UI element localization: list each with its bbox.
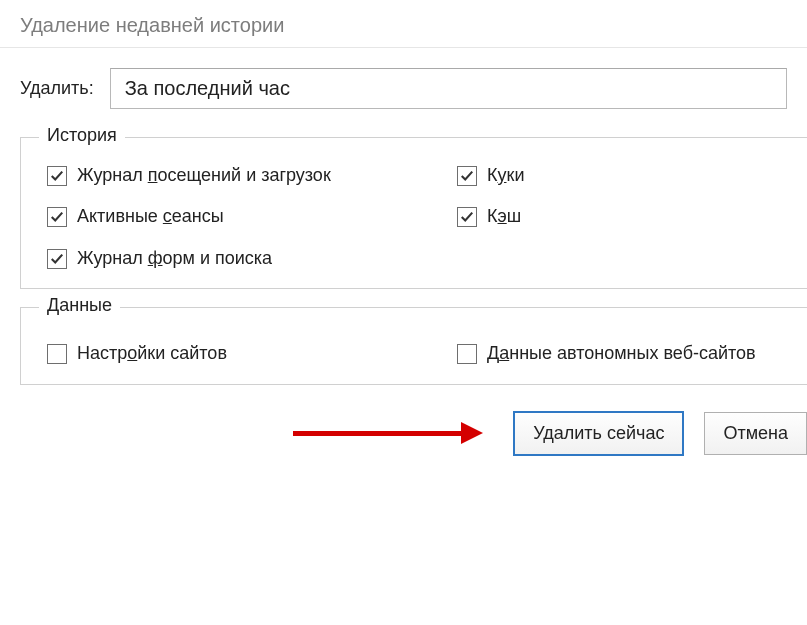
checkbox-label: Куки	[487, 164, 524, 187]
checkbox-box	[47, 207, 67, 227]
delete-now-button[interactable]: Удалить сейчас	[513, 411, 684, 456]
checkbox-box	[47, 344, 67, 364]
checkbox-active-logins[interactable]: Активные сеансы	[47, 205, 447, 228]
checkbox-box	[457, 344, 477, 364]
checkbox-cache[interactable]: Кэш	[457, 205, 791, 228]
annotation-arrow	[293, 423, 483, 443]
group-data-title: Данные	[39, 295, 120, 316]
checkbox-browsing-download-history[interactable]: Журнал посещений и загрузок	[47, 164, 447, 187]
checkbox-label: Активные сеансы	[77, 205, 224, 228]
checkbox-box	[457, 207, 477, 227]
checkbox-box	[47, 166, 67, 186]
checkbox-site-prefs[interactable]: Настройки сайтов	[47, 342, 447, 365]
group-history: История Журнал посещений и загрузок Куки…	[20, 137, 807, 289]
cancel-button[interactable]: Отмена	[704, 412, 807, 455]
checkbox-label: Кэш	[487, 205, 521, 228]
checkbox-box	[457, 166, 477, 186]
checkbox-label: Журнал форм и поиска	[77, 247, 272, 270]
group-data: Данные Настройки сайтов Данные автономны…	[20, 307, 807, 384]
time-range-label: Удалить:	[20, 78, 94, 99]
checkbox-label: Данные автономных веб-сайтов	[487, 342, 756, 365]
checkbox-box	[47, 249, 67, 269]
checkbox-label: Журнал посещений и загрузок	[77, 164, 331, 187]
checkbox-cookies[interactable]: Куки	[457, 164, 791, 187]
group-history-title: История	[39, 125, 125, 146]
time-range-select[interactable]: За последний час	[110, 68, 787, 109]
time-range-row: Удалить: За последний час	[20, 68, 787, 109]
checkbox-offline-data[interactable]: Данные автономных веб-сайтов	[457, 342, 791, 365]
checkbox-form-search-history[interactable]: Журнал форм и поиска	[47, 247, 447, 270]
checkbox-label: Настройки сайтов	[77, 342, 227, 365]
window-title: Удаление недавней истории	[0, 0, 807, 48]
